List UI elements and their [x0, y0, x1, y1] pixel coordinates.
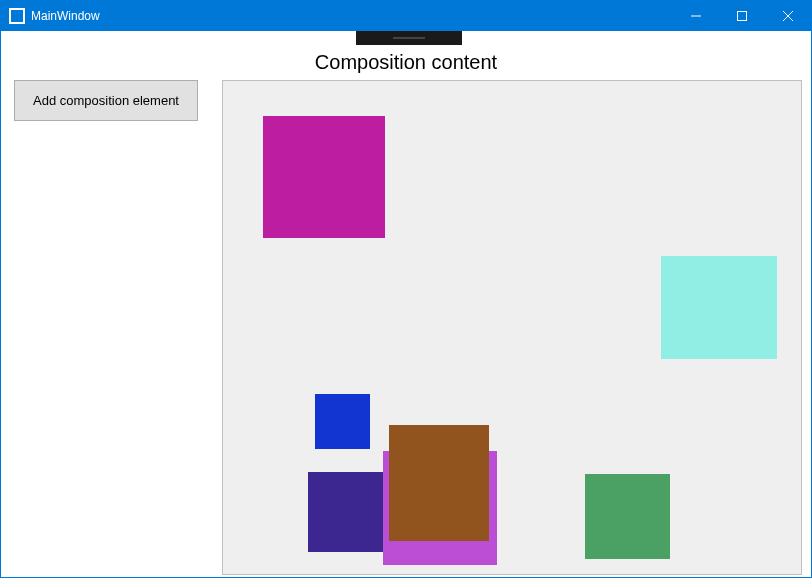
svg-rect-1: [738, 12, 747, 21]
window-title: MainWindow: [31, 9, 100, 23]
close-button[interactable]: [765, 1, 811, 31]
brown-square[interactable]: [389, 425, 489, 541]
minimize-button[interactable]: [673, 1, 719, 31]
app-icon: [9, 8, 25, 24]
title-bar[interactable]: MainWindow: [1, 1, 811, 31]
add-button-label: Add composition element: [33, 93, 179, 108]
content-heading: Composition content: [2, 51, 810, 74]
green-square[interactable]: [585, 474, 670, 559]
client-area: Composition content Add composition elem…: [2, 31, 810, 576]
magenta-square[interactable]: [263, 116, 385, 238]
composition-canvas[interactable]: [222, 80, 802, 575]
main-window: MainWindow Composition content Add compo…: [0, 0, 812, 578]
maximize-button[interactable]: [719, 1, 765, 31]
debug-strip: [356, 31, 462, 45]
add-composition-element-button[interactable]: Add composition element: [14, 80, 198, 121]
grip-icon: [393, 37, 425, 39]
cyan-square[interactable]: [661, 256, 777, 359]
blue-square[interactable]: [315, 394, 370, 449]
indigo-square[interactable]: [308, 472, 388, 552]
